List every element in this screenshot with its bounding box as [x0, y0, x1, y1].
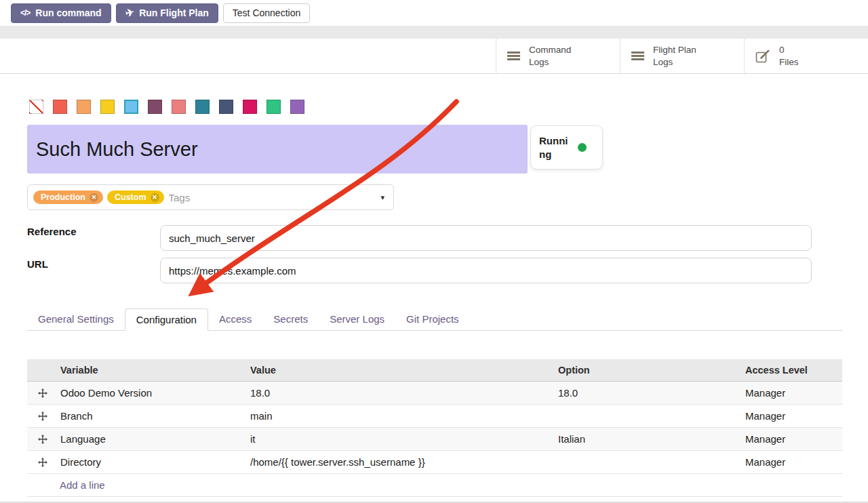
cell-access-level: Manager — [743, 387, 842, 399]
add-line-link[interactable]: Add a line — [27, 474, 842, 497]
top-toolbar: </> Run command ✈ Run Flight Plan Test C… — [0, 0, 868, 26]
url-input[interactable] — [160, 258, 812, 283]
stat-buttons: Command Logs Flight Plan Logs 0 Files — [496, 39, 868, 73]
record-name: Such Much Server — [36, 138, 198, 161]
color-swatch[interactable] — [53, 100, 67, 114]
cell-value: it — [248, 433, 556, 445]
color-swatch[interactable] — [195, 100, 210, 114]
status-label: Running — [539, 134, 572, 161]
drag-handle[interactable] — [27, 388, 58, 398]
header-band: Command Logs Flight Plan Logs 0 Files — [0, 39, 868, 74]
cell-value: main — [248, 410, 556, 422]
cell-variable: Odoo Demo Version — [58, 387, 248, 399]
tag-pill[interactable]: Custom✕ — [107, 190, 164, 204]
status-button[interactable]: Running — [530, 125, 603, 169]
cell-access-level: Manager — [743, 410, 842, 422]
table-body: Odoo Demo Version 18.0 18.0 Manager Bran… — [27, 382, 842, 474]
drag-handle[interactable] — [27, 435, 58, 444]
run-flight-plan-button[interactable]: ✈ Run Flight Plan — [116, 3, 218, 23]
color-swatch[interactable] — [148, 100, 162, 114]
tag-pill[interactable]: Production✕ — [33, 190, 103, 204]
command-logs-label: Command Logs — [529, 44, 571, 68]
color-swatch[interactable] — [267, 100, 281, 114]
reference-input[interactable] — [160, 225, 812, 251]
table-row[interactable]: Directory /home/{{ tower.server.ssh_user… — [27, 451, 842, 474]
cell-variable: Language — [58, 433, 248, 445]
tag-remove-icon[interactable]: ✕ — [151, 193, 159, 202]
table-row[interactable]: Branch main Manager — [27, 405, 842, 428]
url-label: URL — [27, 258, 48, 270]
cell-value: /home/{{ tower.server.ssh_username }} — [248, 456, 556, 468]
color-swatch[interactable] — [77, 100, 91, 114]
cell-option: Italian — [556, 433, 743, 445]
color-swatch[interactable] — [243, 100, 257, 114]
color-swatch[interactable] — [219, 100, 233, 114]
flight-plan-logs-label: Flight Plan Logs — [653, 44, 696, 68]
color-swatch[interactable] — [172, 100, 186, 114]
column-header-variable: Variable — [58, 365, 248, 376]
flight-plan-logs-button[interactable]: Flight Plan Logs — [620, 39, 744, 73]
tab-general-settings[interactable]: General Settings — [27, 308, 125, 330]
tab-secrets[interactable]: Secrets — [262, 308, 319, 330]
tag-label: Custom — [115, 193, 146, 202]
status-dot — [578, 143, 587, 152]
files-button[interactable]: 0 Files — [744, 39, 868, 73]
breadcrumb-strip — [0, 26, 868, 39]
cell-variable: Branch — [58, 410, 248, 422]
cell-option: 18.0 — [556, 387, 743, 399]
cell-variable: Directory — [58, 456, 248, 468]
run-command-button[interactable]: </> Run command — [11, 3, 111, 23]
dropdown-caret-icon[interactable]: ▾ — [380, 193, 384, 202]
drag-handle[interactable] — [27, 458, 58, 467]
move-icon — [38, 458, 47, 467]
move-icon — [38, 411, 47, 421]
paper-plane-icon: ✈ — [124, 6, 136, 20]
table-header: Variable Value Option Access Level — [27, 359, 842, 382]
record-name-box[interactable]: Such Much Server — [27, 125, 528, 174]
server-form-page: </> Run command ✈ Run Flight Plan Test C… — [0, 0, 868, 503]
run-command-label: Run command — [35, 7, 101, 18]
tab-git-projects[interactable]: Git Projects — [395, 308, 470, 330]
move-icon — [38, 435, 47, 444]
run-flight-plan-label: Run Flight Plan — [139, 7, 209, 18]
tag-remove-icon[interactable]: ✕ — [90, 193, 98, 202]
tab-configuration[interactable]: Configuration — [125, 308, 208, 331]
reference-label: Reference — [27, 226, 77, 238]
table-row[interactable]: Odoo Demo Version 18.0 18.0 Manager — [27, 382, 842, 405]
tab-access[interactable]: Access — [208, 308, 262, 330]
move-icon — [38, 388, 47, 398]
code-icon: </> — [20, 8, 30, 18]
column-header-access-level: Access Level — [743, 365, 842, 376]
files-label: 0 Files — [779, 44, 799, 68]
edit-icon — [755, 49, 770, 64]
column-header-value: Value — [248, 365, 556, 376]
tags-list: Production✕Custom✕ — [33, 190, 164, 204]
color-swatch[interactable] — [290, 100, 304, 114]
notebook-tabs: General Settings Configuration Access Se… — [27, 308, 842, 331]
tag-label: Production — [41, 193, 85, 202]
list-icon — [631, 52, 644, 60]
tags-placeholder: Tags — [169, 192, 191, 203]
drag-handle[interactable] — [27, 411, 58, 421]
cell-access-level: Manager — [743, 433, 842, 445]
table-row[interactable]: Language it Italian Manager — [27, 428, 842, 451]
tab-server-logs[interactable]: Server Logs — [319, 308, 395, 330]
color-swatch[interactable] — [124, 100, 138, 114]
list-icon — [507, 52, 520, 60]
test-connection-button[interactable]: Test Connection — [223, 3, 310, 23]
configuration-table: Variable Value Option Access Level Odoo … — [27, 359, 842, 497]
cell-value: 18.0 — [248, 387, 556, 399]
color-picker — [29, 100, 304, 114]
command-logs-button[interactable]: Command Logs — [496, 39, 620, 73]
tags-field[interactable]: Production✕Custom✕ Tags ▾ — [27, 184, 394, 210]
color-swatch-none[interactable] — [29, 100, 43, 114]
cell-access-level: Manager — [743, 456, 842, 468]
column-header-option: Option — [556, 365, 743, 376]
color-swatch[interactable] — [100, 100, 115, 114]
